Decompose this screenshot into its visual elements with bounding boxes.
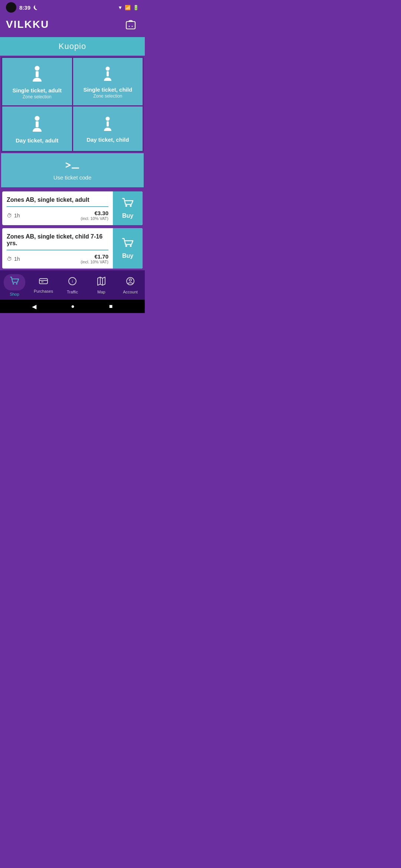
back-button[interactable]: ◀ — [32, 303, 36, 310]
buy-cart-icon-1 — [122, 238, 134, 250]
nav-item-traffic[interactable]: i Traffic — [58, 270, 87, 300]
svg-point-15 — [130, 245, 132, 247]
card-vat-1: (incl. 10% VAT) — [81, 260, 108, 264]
single-adult-title: Single ticket, adult — [12, 87, 62, 93]
price-block-0: €3.30 (incl. 10% VAT) — [81, 210, 108, 221]
wifi-icon: ▼ — [118, 5, 123, 10]
ticket-card-0: Zones AB, single ticket, adult ⏱ 1h €3.3… — [2, 191, 143, 225]
svg-point-27 — [129, 279, 131, 281]
single-ticket-child-tile[interactable]: Single ticket, child Zone selection — [73, 58, 143, 105]
card-details-0: ⏱ 1h €3.30 (incl. 10% VAT) — [7, 210, 108, 221]
nav-account-label: Account — [123, 290, 138, 294]
status-bar: 8:39 ⏾ ▼ 📶 🔋 — [0, 0, 145, 13]
svg-point-5 — [106, 67, 110, 71]
shop-icon — [10, 279, 19, 288]
card-info-1: Zones AB, single ticket, child 7-16 yrs.… — [2, 228, 113, 269]
card-duration-0: ⏱ 1h — [7, 213, 20, 218]
nav-purchases-label: Purchases — [34, 289, 53, 293]
card-price-1: €1.70 — [81, 253, 108, 260]
svg-point-7 — [35, 116, 39, 121]
header-cart-button[interactable] — [123, 16, 139, 33]
card-duration-1: ⏱ 1h — [7, 256, 20, 262]
single-child-title: Single ticket, child — [83, 86, 132, 93]
price-block-1: €1.70 (incl. 10% VAT) — [81, 253, 108, 264]
duration-text-0: 1h — [14, 213, 20, 218]
single-ticket-adult-tile[interactable]: Single ticket, adult Zone selection — [2, 58, 72, 105]
signal-icon: 📶 — [125, 5, 131, 10]
app-header: VILKKU — [0, 13, 145, 37]
ticket-code-label: Use ticket code — [53, 174, 92, 181]
clock-icon-0: ⏱ — [7, 213, 12, 218]
day-child-title: Day ticket, child — [87, 137, 129, 143]
svg-point-3 — [35, 66, 39, 71]
use-ticket-code-button[interactable]: Use ticket code — [1, 153, 144, 187]
buy-button-1[interactable]: Buy — [113, 228, 143, 269]
android-nav: ◀ ● ■ — [0, 300, 145, 313]
svg-rect-18 — [39, 279, 48, 284]
svg-point-1 — [129, 26, 130, 27]
card-vat-0: (incl. 10% VAT) — [81, 216, 108, 221]
nav-shop-label: Shop — [10, 292, 19, 296]
svg-point-9 — [106, 117, 110, 121]
child-person-icon — [102, 66, 113, 83]
svg-point-2 — [132, 26, 133, 27]
card-info-0: Zones AB, single ticket, adult ⏱ 1h €3.3… — [2, 191, 113, 225]
status-time: 8:39 — [19, 4, 30, 11]
avatar-icon — [6, 2, 16, 13]
day-ticket-adult-tile[interactable]: Day ticket, adult — [2, 106, 72, 151]
bottom-nav: Shop Purchases i Traffic — [0, 270, 145, 300]
adult-person-icon — [31, 65, 43, 84]
nav-item-shop[interactable]: Shop — [0, 270, 29, 300]
svg-text:i: i — [72, 279, 73, 283]
child-person-icon-2 — [102, 116, 113, 134]
home-button[interactable]: ● — [71, 303, 75, 310]
buy-button-0[interactable]: Buy — [113, 191, 143, 225]
svg-point-14 — [125, 245, 127, 247]
code-terminal-icon — [64, 160, 81, 172]
buy-label-0: Buy — [122, 213, 133, 219]
svg-point-13 — [130, 205, 132, 207]
card-price-0: €3.30 — [81, 210, 108, 216]
ticket-cards-list: Zones AB, single ticket, adult ⏱ 1h €3.3… — [0, 188, 145, 270]
ticket-grid: Single ticket, adult Zone selection Sing… — [1, 57, 144, 152]
status-icons: ▼ 📶 🔋 — [118, 5, 139, 10]
card-name-0: Zones AB, single ticket, adult — [7, 197, 108, 207]
battery-icon: 🔋 — [133, 5, 139, 10]
city-banner: Kuopio — [0, 37, 145, 56]
recents-button[interactable]: ■ — [109, 303, 113, 310]
status-left: 8:39 ⏾ — [6, 2, 38, 13]
nav-item-account[interactable]: Account — [116, 270, 145, 300]
nav-item-purchases[interactable]: Purchases — [29, 270, 58, 300]
single-adult-subtitle: Zone selection — [23, 94, 52, 99]
svg-marker-23 — [98, 277, 105, 285]
svg-rect-10 — [107, 121, 109, 126]
card-name-1: Zones AB, single ticket, child 7-16 yrs. — [7, 233, 108, 250]
duration-text-1: 1h — [14, 256, 20, 262]
nav-shop-icon-wrap — [4, 274, 25, 290]
buy-label-1: Buy — [122, 253, 133, 259]
card-details-1: ⏱ 1h €1.70 (incl. 10% VAT) — [7, 253, 108, 264]
map-icon — [97, 276, 106, 288]
buy-cart-icon-0 — [122, 198, 134, 210]
main-content: Kuopio Single ticket, adult Zone selecti… — [0, 37, 145, 270]
day-adult-title: Day ticket, adult — [16, 137, 58, 144]
svg-rect-6 — [107, 71, 109, 76]
adult-person-icon-2 — [31, 115, 43, 134]
clock-icon-1: ⏱ — [7, 256, 12, 262]
svg-point-17 — [16, 283, 17, 285]
svg-rect-8 — [36, 121, 39, 127]
traffic-icon: i — [68, 276, 77, 288]
svg-point-16 — [13, 283, 14, 285]
nav-item-map[interactable]: Map — [87, 270, 116, 300]
svg-rect-4 — [36, 71, 39, 77]
account-icon — [125, 276, 135, 288]
day-ticket-child-tile[interactable]: Day ticket, child — [73, 106, 143, 151]
sim-icon: ⏾ — [33, 5, 38, 10]
nav-traffic-label: Traffic — [67, 290, 78, 294]
city-name: Kuopio — [59, 42, 87, 51]
single-child-subtitle: Zone selection — [93, 93, 122, 99]
app-logo: VILKKU — [6, 19, 49, 30]
ticket-card-1: Zones AB, single ticket, child 7-16 yrs.… — [2, 228, 143, 269]
nav-map-label: Map — [97, 290, 105, 294]
svg-point-12 — [125, 205, 127, 207]
